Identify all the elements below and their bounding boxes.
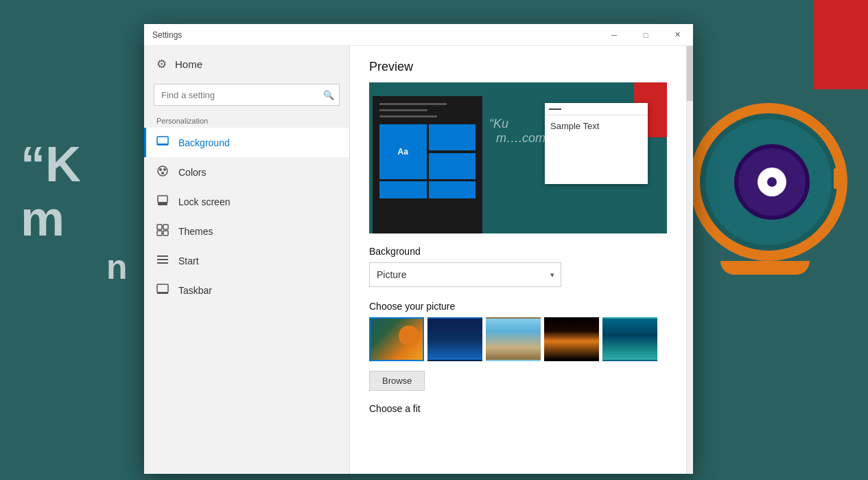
picture-thumb-4[interactable]	[544, 317, 599, 361]
background-dropdown-label: Background	[369, 246, 667, 257]
picture-thumb-2[interactable]	[427, 317, 482, 361]
bg-quote-text-2: n	[106, 247, 128, 287]
search-input[interactable]	[154, 84, 340, 106]
lock-screen-icon	[156, 194, 169, 209]
sidebar: ⚙ Home 🔍 Personalization Background	[144, 46, 350, 474]
title-bar: Settings ─ □ ✕	[144, 24, 693, 46]
minimize-button[interactable]: ─	[598, 24, 630, 46]
colors-label: Colors	[178, 167, 206, 178]
themes-label: Themes	[178, 226, 213, 237]
background-dropdown[interactable]: Picture Solid color Slideshow	[369, 262, 561, 287]
sidebar-section-label: Personalization	[144, 111, 349, 128]
svg-rect-10	[157, 231, 162, 236]
taskbar-icon	[156, 283, 169, 297]
svg-rect-13	[157, 259, 168, 260]
svg-point-4	[163, 168, 166, 171]
preview-image: “Ku m….com” Aa	[369, 82, 667, 233]
svg-rect-12	[157, 255, 168, 257]
lock-screen-label: Lock screen	[178, 196, 230, 207]
window-title: Settings	[152, 30, 182, 40]
svg-rect-16	[157, 292, 168, 294]
choose-picture-label: Choose your picture	[369, 301, 667, 312]
owl-decoration	[669, 89, 847, 336]
colors-icon	[156, 165, 169, 179]
svg-rect-9	[163, 225, 168, 229]
sample-text: Sample Text	[545, 115, 648, 137]
settings-window: Settings ─ □ ✕ ⚙ Home 🔍 Personalization	[144, 24, 693, 474]
svg-rect-11	[163, 231, 168, 236]
picture-thumb-1[interactable]	[369, 317, 424, 361]
picture-grid	[369, 317, 667, 361]
svg-point-3	[159, 168, 162, 171]
sidebar-item-taskbar[interactable]: Taskbar	[144, 275, 349, 305]
sidebar-item-colors[interactable]: Colors	[144, 157, 349, 187]
sidebar-item-lock-screen[interactable]: Lock screen	[144, 187, 349, 216]
search-icon: 🔍	[323, 90, 334, 100]
window-controls: ─ □ ✕	[598, 24, 693, 46]
taskbar-label: Taskbar	[178, 285, 212, 296]
svg-rect-1	[157, 144, 168, 145]
home-icon: ⚙	[156, 57, 167, 71]
close-button[interactable]: ✕	[661, 24, 693, 46]
picture-thumb-3[interactable]	[486, 317, 541, 361]
sidebar-item-themes[interactable]: Themes	[144, 216, 349, 246]
sidebar-search-wrapper: 🔍	[154, 84, 340, 106]
sidebar-item-background[interactable]: Background	[144, 128, 349, 157]
preview-sample-window: Sample Text	[545, 103, 648, 184]
background-icon	[156, 135, 169, 150]
picture-thumb-5[interactable]	[602, 317, 657, 361]
bg-red-rectangle	[813, 0, 868, 89]
maximize-button[interactable]: □	[630, 24, 661, 46]
home-label: Home	[175, 58, 202, 70]
svg-rect-8	[157, 225, 162, 229]
preview-bg-text: “Ku m….com”	[489, 117, 550, 146]
browse-button[interactable]: Browse	[369, 371, 425, 391]
sidebar-item-home[interactable]: ⚙ Home	[144, 50, 349, 78]
bg-quote-text: “Km	[21, 137, 81, 246]
window-body: ⚙ Home 🔍 Personalization Background	[144, 46, 693, 474]
scrollbar-thumb[interactable]	[687, 46, 693, 101]
svg-rect-6	[158, 196, 167, 203]
preview-start-menu: Aa	[373, 96, 482, 233]
start-label: Start	[178, 255, 199, 266]
choose-fit-label: Choose a fit	[369, 403, 667, 414]
sidebar-item-start[interactable]: Start	[144, 246, 349, 275]
svg-point-5	[161, 172, 164, 174]
svg-rect-14	[157, 262, 168, 264]
svg-rect-15	[157, 284, 168, 293]
scrollbar-track[interactable]	[686, 46, 693, 474]
background-dropdown-wrapper: Picture Solid color Slideshow ▾	[369, 262, 561, 287]
background-label: Background	[178, 137, 230, 148]
main-content: Preview “Ku m….com” Aa	[350, 46, 686, 474]
preview-section-title: Preview	[369, 60, 667, 74]
start-icon	[156, 253, 169, 268]
themes-icon	[156, 224, 169, 238]
svg-rect-7	[158, 202, 167, 205]
